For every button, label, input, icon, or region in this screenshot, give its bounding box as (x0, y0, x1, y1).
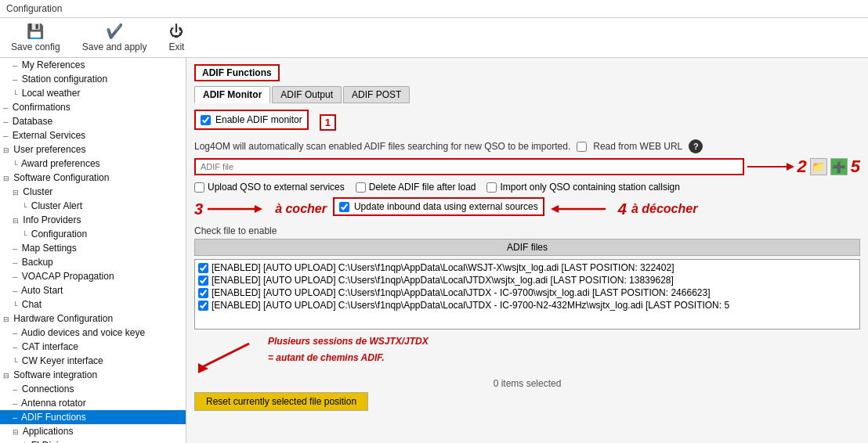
adif-file-check-2[interactable] (198, 288, 208, 298)
tab-adif-output[interactable]: ADIF Output (272, 86, 342, 103)
sidebar-item-configuration[interactable]: └ Configuration (0, 227, 186, 241)
sidebar-item-adif-functions[interactable]: ─ ADIF Functions (0, 410, 186, 424)
folder-icon-btn[interactable]: 📁 (810, 158, 827, 175)
tree-icon: ─ (13, 287, 17, 295)
update-inbound-label: Update inbound data using external sourc… (354, 201, 538, 212)
import-only-checkbox[interactable] (486, 182, 497, 193)
add-icon-btn[interactable]: ➕ (830, 158, 848, 175)
sidebar-item-backup[interactable]: ─ Backup (0, 255, 186, 269)
check-file-label: Check file to enable (194, 225, 860, 236)
help-icon[interactable]: ? (689, 139, 703, 153)
adif-files-header: ADIF files (194, 239, 860, 256)
tree-icon: ─ (13, 76, 17, 84)
upload-qso-item: Upload QSO to external services (194, 182, 345, 193)
arrow-right-icon (747, 159, 794, 175)
big-arrow-icon (194, 336, 265, 375)
exit-button[interactable]: ⏻ Exit (164, 22, 189, 54)
import-only-item: Import only QSO containing station calls… (486, 182, 679, 193)
sidebar-item-cw-keyer[interactable]: └ CW Keyer interface (0, 354, 186, 368)
sidebar-item-external-services[interactable]: ─ External Services (0, 128, 186, 142)
tree-icon: ─ (13, 344, 17, 351)
adif-file-check-1[interactable] (198, 276, 208, 286)
sidebar-item-map-settings[interactable]: ─ Map Settings (0, 241, 186, 255)
annotation-4-text: 4 (618, 200, 627, 218)
sidebar-item-audio-devices[interactable]: ─ Audio devices and voice keye (0, 326, 186, 340)
sidebar-item-confirmations[interactable]: ─ Confirmations (0, 100, 186, 114)
read-from-web-label: Read from WEB URL (593, 141, 682, 152)
sidebar-item-fldigi[interactable]: └ FLDigi (0, 438, 186, 443)
sidebar-item-auto-start[interactable]: ─ Auto Start (0, 283, 186, 297)
update-inbound-row: Update inbound data using external sourc… (333, 197, 544, 216)
section-title: ADIF Functions (194, 64, 280, 81)
adif-file-input[interactable] (194, 158, 744, 175)
adif-file-check-0[interactable] (198, 263, 208, 273)
svg-line-6 (202, 344, 249, 367)
status-row: 0 items selected (194, 378, 860, 389)
annotation-2: 2 (797, 158, 807, 175)
tree-icon: ─ (13, 62, 17, 70)
upload-qso-checkbox[interactable] (194, 182, 204, 193)
save-and-apply-button[interactable]: ✔️ Save and apply (78, 21, 152, 54)
sidebar-item-voacap[interactable]: ─ VOACAP Propagation (0, 269, 186, 283)
info-text: Log4OM will automatically scan enabled A… (194, 141, 570, 152)
tree-icon: ⊟ (13, 189, 19, 196)
sidebar-item-station-config[interactable]: ─ Station configuration (0, 72, 186, 86)
tab-bar: ADIF Monitor ADIF Output ADIF POST (194, 86, 860, 103)
sidebar-item-cat-interface[interactable]: ─ CAT interface (0, 340, 186, 354)
sidebar-item-antenna-rotator[interactable]: ─ Antenna rotator (0, 396, 186, 410)
tree-icon: ─ (13, 400, 17, 408)
toolbar: 💾 Save config ✔️ Save and apply ⏻ Exit (0, 18, 868, 58)
tree-icon: ─ (13, 414, 17, 422)
svg-marker-1 (787, 163, 794, 171)
sidebar-item-software-config[interactable]: ⊟ Software Configuration (0, 171, 186, 185)
delete-adif-item: Delete ADIF file after load (356, 182, 476, 193)
adif-file-entry-1[interactable]: [ENABLED] [AUTO UPLOAD] C:\Users\f1nqp\A… (197, 274, 858, 286)
exit-label: Exit (168, 41, 184, 52)
sidebar-item-my-references[interactable]: ─ My References (0, 58, 186, 72)
tree-icon: ⊟ (13, 217, 19, 225)
reset-btn[interactable]: Reset currently selected file position (194, 392, 368, 411)
save-apply-label: Save and apply (82, 41, 147, 52)
annotation-4-label: à décocher (631, 202, 697, 216)
sidebar-item-applications[interactable]: ⊟ Applications (0, 424, 186, 438)
tree-icon: ─ (3, 132, 8, 140)
enable-monitor-checkbox[interactable] (201, 115, 211, 125)
tree-icon: ─ (13, 259, 17, 267)
annotation-1: 1 (320, 114, 336, 131)
exit-icon: ⏻ (169, 23, 183, 40)
sidebar-item-database[interactable]: ─ Database (0, 114, 186, 128)
adif-file-entry-2[interactable]: [ENABLED] [AUTO UPLOAD] C:\Users\f1nqp\A… (197, 286, 858, 299)
sidebar-item-cluster[interactable]: ⊟ Cluster (0, 185, 186, 199)
adif-files-list[interactable]: [ENABLED] [AUTO UPLOAD] C:\Users\f1nqp\A… (194, 259, 860, 330)
adif-file-check-3[interactable] (198, 301, 208, 311)
save-config-button[interactable]: 💾 Save config (6, 21, 65, 54)
sidebar-item-info-providers[interactable]: ⊟ Info Providers (0, 213, 186, 227)
sidebar-item-local-weather[interactable]: └ Local weather (0, 86, 186, 100)
sidebar-item-cluster-alert[interactable]: └ Cluster Alert (0, 199, 186, 213)
enable-monitor-label: Enable ADIF monitor (215, 114, 302, 125)
tree-icon: ─ (13, 245, 17, 253)
tree-icon: ─ (13, 273, 17, 281)
tree-icon: └ (13, 160, 17, 168)
sidebar-item-software-integration[interactable]: ⊟ Software integration (0, 368, 186, 382)
tree-icon: └ (13, 301, 17, 309)
adif-file-entry-0[interactable]: [ENABLED] [AUTO UPLOAD] C:\Users\f1nqp\A… (197, 261, 858, 274)
tree-icon: ─ (3, 104, 8, 112)
title-label: Configuration (6, 3, 62, 14)
sidebar-item-connections[interactable]: ─ Connections (0, 382, 186, 396)
sidebar-item-hardware-config[interactable]: ⊟ Hardware Configuration (0, 312, 186, 326)
adif-file-row: 2 📁 ➕ 5 (194, 158, 860, 175)
tab-adif-monitor[interactable]: ADIF Monitor (194, 86, 270, 103)
sidebar-item-chat[interactable]: └ Chat (0, 297, 186, 312)
main-layout: ─ My References ─ Station configuration … (0, 58, 868, 443)
tab-adif-post[interactable]: ADIF POST (343, 86, 410, 103)
sidebar-item-award-preferences[interactable]: └ Award preferences (0, 157, 186, 171)
read-from-web-checkbox[interactable] (577, 142, 587, 152)
tree-icon: └ (13, 90, 17, 98)
sidebar-item-user-preferences[interactable]: ⊟ User preferences (0, 142, 186, 157)
delete-adif-checkbox[interactable] (356, 182, 366, 193)
tree-icon: └ (13, 358, 17, 366)
arrow-annotation-3 (208, 197, 270, 221)
adif-file-entry-3[interactable]: [ENABLED] [AUTO UPLOAD] C:\Users\f1nqp\A… (197, 299, 858, 312)
update-inbound-checkbox[interactable] (339, 202, 349, 212)
